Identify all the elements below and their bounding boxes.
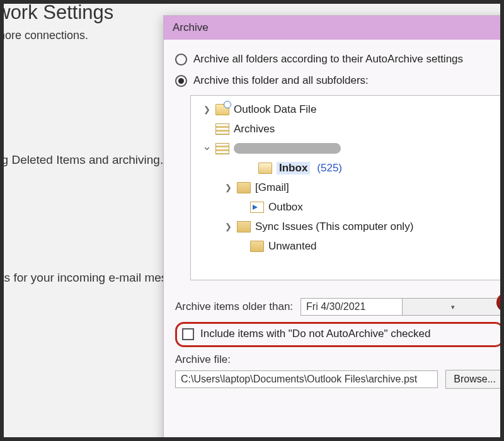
inbox-count: (525) <box>317 162 342 175</box>
account-stack-icon <box>215 143 229 154</box>
tree-outbox[interactable]: Outbox <box>193 197 500 217</box>
outlook-data-file-icon <box>215 104 229 115</box>
chevron-down-icon[interactable] <box>202 142 211 156</box>
dropdown-icon[interactable]: ▾ <box>402 299 500 315</box>
account-name-redacted <box>234 143 341 154</box>
background-heading: Network Settings <box>4 4 113 24</box>
older-than-label: Archive items older than: <box>175 301 293 313</box>
radio-this-folder[interactable]: Archive this folder and all subfolders: <box>175 70 500 91</box>
checkbox-icon <box>182 328 194 340</box>
older-than-date-value: Fri 4/30/2021 <box>301 301 402 312</box>
highlighted-region: Include items with "Do not AutoArchive" … <box>175 322 500 347</box>
tree-outlook-data-file[interactable]: Outlook Data File <box>193 100 500 119</box>
dialog-title: Archive <box>164 16 500 40</box>
archive-dialog: Archive Archive all folders according to… <box>163 15 500 437</box>
tree-label: Outbox <box>268 201 303 214</box>
sync-folder-icon <box>237 221 251 232</box>
outbox-icon <box>250 202 264 213</box>
tree-account[interactable] <box>193 139 500 158</box>
tree-unwanted[interactable]: Unwanted <box>193 236 500 256</box>
tree-label: Unwanted <box>268 240 317 253</box>
folder-tree[interactable]: Outlook Data File Archives Inbox (52 <box>190 95 500 280</box>
radio-all-folders-label: Archive all folders according to their A… <box>193 53 463 66</box>
tree-inbox-label: Inbox <box>277 162 310 175</box>
tree-archives[interactable]: Archives <box>193 119 500 139</box>
tree-label: [Gmail] <box>255 181 289 194</box>
chevron-right-icon[interactable] <box>224 183 232 192</box>
radio-this-folder-label: Archive this folder and all subfolders: <box>193 74 369 87</box>
archive-file-path-input[interactable]: C:\Users\laptop\Documents\Outlook Files\… <box>175 370 438 388</box>
radio-icon-selected <box>175 75 187 87</box>
tree-label: Archives <box>234 123 275 135</box>
folder-icon <box>250 241 264 252</box>
chevron-right-icon[interactable] <box>224 222 232 231</box>
tree-label: Outlook Data File <box>234 103 316 116</box>
include-do-not-autoarchive-checkbox[interactable]: Include items with "Do not AutoArchive" … <box>182 328 496 340</box>
archive-file-path-value: C:\Users\laptop\Documents\Outlook Files\… <box>181 374 417 385</box>
tree-inbox[interactable]: Inbox (525) <box>193 158 500 178</box>
archive-file-label: Archive file: <box>175 353 500 366</box>
radio-all-folders[interactable]: Archive all folders according to their A… <box>175 49 500 70</box>
inbox-folder-icon <box>258 163 272 174</box>
browse-button[interactable]: Browse... <box>445 370 500 389</box>
tree-gmail[interactable]: [Gmail] <box>193 178 500 197</box>
tree-label: Sync Issues (This computer only) <box>255 220 413 233</box>
include-do-not-label: Include items with "Do not AutoArchive" … <box>200 328 430 340</box>
folder-icon <box>237 182 251 193</box>
older-than-date-select[interactable]: Fri 4/30/2021 ▾ <box>301 298 500 316</box>
background-deleted: Change settings for emptying Deleted Ite… <box>4 153 163 167</box>
radio-icon <box>175 54 187 66</box>
chevron-right-icon[interactable] <box>202 105 211 114</box>
tree-sync-issues[interactable]: Sync Issues (This computer only) <box>193 217 500 236</box>
background-subtext: Set up more connections. <box>4 29 88 42</box>
archive-stack-icon <box>215 123 229 135</box>
